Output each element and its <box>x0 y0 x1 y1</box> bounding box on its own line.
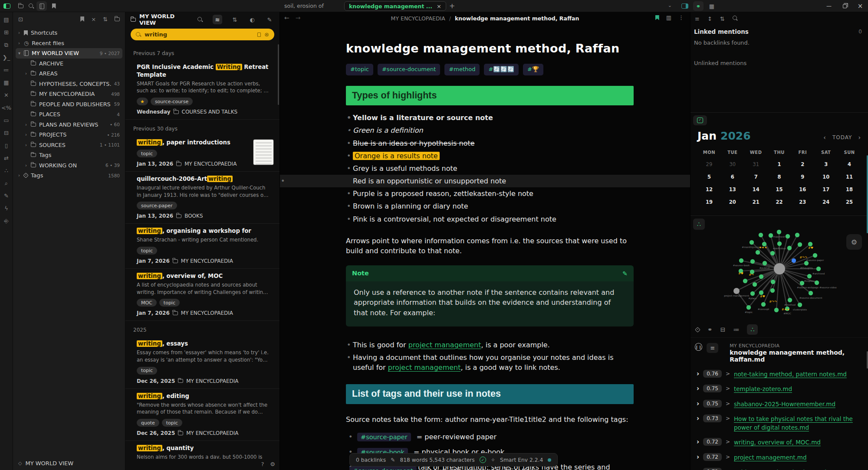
lightning-icon[interactable]: ϟ <box>4 205 8 212</box>
calendar-day[interactable]: 10 <box>814 171 838 183</box>
calendar-day[interactable]: 22 <box>768 196 791 209</box>
search-result-item[interactable]: writing, overview of, MOCA list of encyc… <box>125 269 279 321</box>
chevron-icon[interactable]: › <box>18 41 24 46</box>
tree-item-plans-and-reviews[interactable]: ›PLANS AND REVIEWS• 60 <box>16 120 122 130</box>
tree-item-sources[interactable]: ›SOURCES1 • 1101 <box>16 140 122 150</box>
calendar-day[interactable]: 14 <box>744 183 768 196</box>
settings-gear-icon[interactable]: ⚙ <box>270 461 275 467</box>
clear-search-icon[interactable]: ⊗ <box>264 31 269 38</box>
list-tool-icon[interactable]: ≔ <box>733 326 739 333</box>
calendar-day[interactable]: 21 <box>744 196 768 209</box>
chevron-icon[interactable]: › <box>25 163 31 168</box>
calendar-day[interactable]: 16 <box>791 183 814 196</box>
table-pane-icon[interactable]: ▦ <box>707 1 717 11</box>
edit-icon[interactable]: ✎ <box>265 15 274 24</box>
search-icon[interactable] <box>26 1 36 11</box>
connection-row[interactable]: ›0.72>writing, overview of, MOC.md <box>695 435 864 450</box>
note-title[interactable]: knowledge management method, Raffan <box>346 40 634 57</box>
graph-canvas[interactable]: rhizomesh#monthlyreview#definition#sourc… <box>690 230 868 322</box>
collapse-all-icon[interactable]: × <box>91 16 96 23</box>
sync-icon[interactable]: ⇄ <box>4 155 9 162</box>
local-graph-view[interactable]: rhizomesh#monthlyreview#definition#sourc… <box>690 230 868 322</box>
calendar-day[interactable]: 2 <box>791 158 814 171</box>
calendar-prev-icon[interactable]: ‹ <box>823 134 826 141</box>
copy-icon[interactable]: ⧉ <box>4 42 8 49</box>
tree-item-working-on[interactable]: ›WORKING ON6 • 39 <box>16 160 122 171</box>
chevron-icon[interactable]: ▾ <box>18 51 24 55</box>
calendar-day[interactable]: 8 <box>768 171 791 183</box>
tree-item-places[interactable]: PLACES4 <box>16 109 122 120</box>
chevron-icon[interactable]: › <box>25 71 31 76</box>
palette-icon[interactable]: ◐ <box>247 15 257 24</box>
connection-row[interactable]: ›0.73>How to take physical notes that ri… <box>695 411 864 435</box>
note-tag-pill[interactable]: #🏆 <box>523 64 543 75</box>
link-tool-icon[interactable]: ⚭ <box>707 326 713 333</box>
sort-icon[interactable]: ⇅ <box>230 15 240 24</box>
tab-close-icon[interactable]: × <box>437 3 441 10</box>
note-tag-pill[interactable]: #method <box>444 64 480 75</box>
calendar-icon[interactable]: ⊟ <box>4 130 9 137</box>
folder-icon[interactable] <box>16 1 26 11</box>
chevron-icon[interactable]: › <box>25 143 31 147</box>
graph-settings-gear-icon[interactable]: ⚙ <box>846 234 862 250</box>
restore-button[interactable] <box>837 0 852 12</box>
tree-item-my-encyclopaedia[interactable]: MY ENCYCLOPAEDIA498 <box>16 89 122 99</box>
pen-icon[interactable]: ✎ <box>4 193 9 199</box>
expand-chevron-icon[interactable]: › <box>697 400 699 408</box>
calendar-day[interactable]: 3 <box>814 158 838 171</box>
tab-knowledge-management[interactable]: knowledge management ... × <box>344 1 446 11</box>
calendar-day[interactable]: 19 <box>697 196 721 209</box>
smart-connections-icon[interactable]: ∴ <box>747 324 758 335</box>
calendar-day[interactable]: 17 <box>814 183 838 196</box>
connection-row[interactable]: ›0.72>writing, paper introductions.md <box>695 465 864 470</box>
search-zoom-icon[interactable]: ⌕ <box>5 180 8 187</box>
unlinked-mentions-header[interactable]: Unlinked mentions <box>690 50 868 66</box>
tree-item-tags[interactable]: ›Tags1580 <box>16 170 122 181</box>
tag-pill[interactable]: source-course <box>151 98 193 105</box>
internal-link[interactable]: project management <box>408 341 481 349</box>
book-icon[interactable]: ▯ <box>5 142 8 149</box>
calendar-day[interactable]: 11 <box>838 171 861 183</box>
sort-icon[interactable]: ⇅ <box>720 16 725 22</box>
book-view-icon[interactable] <box>36 1 47 11</box>
calendar-day[interactable]: 7 <box>744 171 768 183</box>
outline-icon[interactable]: ≔ <box>3 67 9 74</box>
connection-link[interactable]: note-taking method, pattern notes.md <box>734 370 847 379</box>
internal-link[interactable]: project management <box>388 363 461 372</box>
search-result-item[interactable]: writing, organising a workshop forShane … <box>125 224 279 269</box>
connection-row[interactable]: ›0.75>shabanov-2025-Howremember.md <box>695 397 864 411</box>
search-icon[interactable] <box>733 16 738 22</box>
tree-item-tags[interactable]: Tags <box>16 150 122 160</box>
connection-link[interactable]: How to take physical notes that rival th… <box>734 415 862 432</box>
calendar-day[interactable]: 20 <box>721 196 744 209</box>
connection-row[interactable]: ›0.75>template-zotero.md <box>695 382 864 396</box>
bookmark-icon[interactable] <box>80 16 84 22</box>
help-icon[interactable]: ? <box>261 461 264 467</box>
search-result-item[interactable]: writing, paper introductionstopicJan 13,… <box>125 135 279 172</box>
random-note-icon[interactable]: ✕ <box>4 92 9 99</box>
expand-chevron-icon[interactable]: › <box>697 438 699 446</box>
expand-chevron-icon[interactable]: › <box>697 370 699 378</box>
search-result-item[interactable]: quillercouch-2006-ArtwritingInaugural le… <box>125 172 279 224</box>
calendar-day[interactable]: 29 <box>697 158 721 171</box>
tag-pill[interactable]: topic <box>137 367 157 375</box>
calendar-day[interactable]: 6 <box>721 171 744 183</box>
sort-order-icon[interactable]: ⇅ <box>103 16 108 23</box>
search-result-item[interactable]: writing, editing"Remove the words whose … <box>125 389 279 441</box>
tag-pill[interactable]: topic <box>162 419 182 427</box>
pause-icon[interactable]: ❙❙ <box>695 343 702 351</box>
reading-view-icon[interactable]: ▥ <box>666 14 671 21</box>
calendar-today-button[interactable]: TODAY <box>832 134 852 140</box>
graph-tab-icon[interactable]: ∴ <box>693 219 705 230</box>
calendar-day[interactable]: 30 <box>721 158 744 171</box>
calendar-day[interactable]: 24 <box>814 196 838 209</box>
tree-item-my-world-view[interactable]: ▾MY WORLD VIEW9 • 2027 <box>16 48 122 59</box>
minimize-button[interactable]: — <box>821 0 837 12</box>
connection-link[interactable]: project management.md <box>734 453 807 462</box>
list-icon[interactable]: ≡ <box>695 16 700 22</box>
bookmark-note-icon[interactable] <box>655 15 659 20</box>
tab-soil-erosion[interactable]: soil, erosion of <box>284 3 324 9</box>
bookmark-icon[interactable] <box>49 1 59 11</box>
archive-tool-icon[interactable]: ⊟ <box>720 326 726 333</box>
chevron-icon[interactable]: › <box>25 132 31 137</box>
